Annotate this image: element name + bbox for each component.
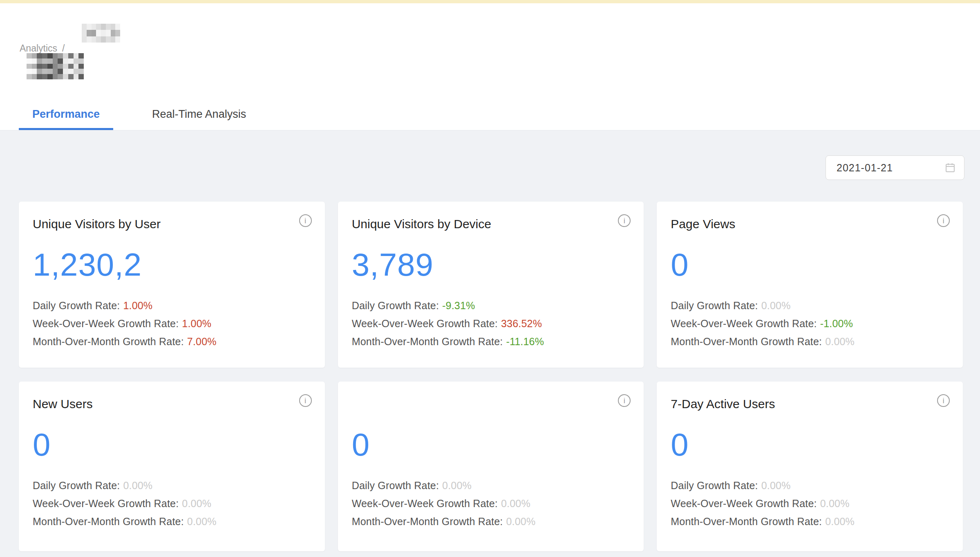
metric-card: i 0 Daily Growth Rate:0.00% Week-Over-We… — [338, 382, 644, 551]
tab-bar: Performance Real-Time Analysis — [19, 101, 260, 130]
metric-label: Month-Over-Month Growth Rate: — [671, 516, 822, 527]
metric-card: Unique Visitors by Device i 3,789 Daily … — [338, 202, 644, 368]
card-title: 7-Day Active Users — [671, 396, 947, 411]
metric-value: -1.00% — [820, 318, 853, 329]
card-title: Unique Visitors by Device — [352, 216, 629, 231]
info-icon[interactable]: i — [299, 394, 312, 407]
metric-card: New Users i 0 Daily Growth Rate:0.00% We… — [19, 382, 325, 551]
metric-row: Week-Over-Week Growth Rate:0.00% — [671, 494, 947, 512]
metric-label: Week-Over-Week Growth Rate: — [352, 498, 498, 509]
info-icon[interactable]: i — [618, 394, 631, 407]
metric-row: Month-Over-Month Growth Rate:0.00% — [671, 512, 947, 530]
card-value: 0 — [671, 428, 947, 461]
metric-row: Week-Over-Week Growth Rate:1.00% — [33, 314, 309, 332]
card-value: 1,230,2 — [33, 248, 309, 281]
info-icon[interactable]: i — [937, 394, 950, 407]
top-accent-bar — [0, 0, 980, 3]
metric-row: Month-Over-Month Growth Rate:-11.16% — [352, 332, 629, 350]
card-metrics: Daily Growth Rate:1.00% Week-Over-Week G… — [33, 296, 309, 350]
metric-card: 7-Day Active Users i 0 Daily Growth Rate… — [657, 382, 963, 551]
tab-performance[interactable]: Performance — [19, 101, 113, 130]
calendar-icon[interactable] — [944, 162, 956, 173]
metric-value: -9.31% — [442, 300, 475, 311]
metric-row: Month-Over-Month Growth Rate:7.00% — [33, 332, 309, 350]
breadcrumb-separator: / — [62, 43, 65, 54]
metric-label: Month-Over-Month Growth Rate: — [33, 516, 184, 527]
metric-value: 0.00% — [825, 336, 855, 347]
metric-label: Week-Over-Week Growth Rate: — [33, 318, 179, 329]
card-metrics: Daily Growth Rate:0.00% Week-Over-Week G… — [33, 476, 309, 530]
metric-card: Unique Visitors by User i 1,230,2 Daily … — [19, 202, 325, 368]
metric-value: 0.00% — [825, 516, 855, 527]
metric-row: Daily Growth Rate:0.00% — [33, 476, 309, 494]
card-metrics: Daily Growth Rate:-9.31% Week-Over-Week … — [352, 296, 629, 350]
card-title: Page Views — [671, 216, 947, 231]
card-metrics: Daily Growth Rate:0.00% Week-Over-Week G… — [671, 296, 947, 350]
card-title — [352, 396, 629, 411]
card-value: 0 — [352, 428, 629, 461]
card-metrics: Daily Growth Rate:0.00% Week-Over-Week G… — [671, 476, 947, 530]
metric-value: 0.00% — [761, 300, 791, 311]
page-title-redacted — [27, 53, 84, 79]
metric-value: 0.00% — [182, 498, 211, 509]
metric-label: Daily Growth Rate: — [671, 480, 758, 491]
metric-label: Week-Over-Week Growth Rate: — [671, 498, 817, 509]
cards-grid: Unique Visitors by User i 1,230,2 Daily … — [19, 202, 963, 551]
metric-value: 1.00% — [182, 318, 211, 329]
card-value: 0 — [33, 428, 309, 461]
breadcrumb-root-link[interactable]: Analytics — [20, 43, 57, 54]
metric-label: Week-Over-Week Growth Rate: — [33, 498, 179, 509]
breadcrumb-current-redacted — [82, 24, 120, 43]
metric-row: Daily Growth Rate:0.00% — [671, 476, 947, 494]
metric-value: 1.00% — [123, 300, 152, 311]
metric-value: 0.00% — [123, 480, 152, 491]
metric-label: Daily Growth Rate: — [671, 300, 758, 311]
metric-row: Month-Over-Month Growth Rate:0.00% — [671, 332, 947, 350]
metric-row: Month-Over-Month Growth Rate:0.00% — [352, 512, 629, 530]
metric-label: Week-Over-Week Growth Rate: — [352, 318, 498, 329]
metric-value: 0.00% — [820, 498, 850, 509]
metric-label: Week-Over-Week Growth Rate: — [671, 318, 817, 329]
metric-value: 336.52% — [501, 318, 542, 329]
metric-row: Week-Over-Week Growth Rate:0.00% — [352, 494, 629, 512]
metric-label: Month-Over-Month Growth Rate: — [671, 336, 822, 347]
metric-row: Week-Over-Week Growth Rate:-1.00% — [671, 314, 947, 332]
metric-value: 7.00% — [187, 336, 217, 347]
metric-label: Month-Over-Month Growth Rate: — [33, 336, 184, 347]
metric-label: Daily Growth Rate: — [352, 300, 439, 311]
content-area: 2021-01-21 Unique Visitors by User i 1,2… — [0, 130, 980, 557]
card-value: 0 — [671, 248, 947, 281]
metric-label: Daily Growth Rate: — [33, 300, 120, 311]
metric-label: Daily Growth Rate: — [33, 480, 120, 491]
metric-card: Page Views i 0 Daily Growth Rate:0.00% W… — [657, 202, 963, 368]
date-picker-value[interactable]: 2021-01-21 — [837, 162, 944, 174]
metric-row: Daily Growth Rate:1.00% — [33, 296, 309, 314]
metric-row: Daily Growth Rate:-9.31% — [352, 296, 629, 314]
tab-real-time-analysis[interactable]: Real-Time Analysis — [139, 101, 260, 130]
card-value: 3,789 — [352, 248, 629, 281]
info-icon[interactable]: i — [618, 214, 631, 227]
metric-value: 0.00% — [761, 480, 791, 491]
metric-value: -11.16% — [506, 336, 544, 347]
page-header: Analytics / Performance Real-Time Analys… — [0, 3, 980, 130]
metric-value: 0.00% — [442, 480, 472, 491]
metric-row: Month-Over-Month Growth Rate:0.00% — [33, 512, 309, 530]
info-icon[interactable]: i — [937, 214, 950, 227]
metric-value: 0.00% — [506, 516, 535, 527]
card-title: New Users — [33, 396, 309, 411]
info-icon[interactable]: i — [299, 214, 312, 227]
metric-value: 0.00% — [501, 498, 530, 509]
metric-row: Week-Over-Week Growth Rate:0.00% — [33, 494, 309, 512]
date-picker[interactable]: 2021-01-21 — [826, 155, 964, 180]
card-metrics: Daily Growth Rate:0.00% Week-Over-Week G… — [352, 476, 629, 530]
metric-label: Month-Over-Month Growth Rate: — [352, 516, 503, 527]
card-title: Unique Visitors by User — [33, 216, 309, 231]
metric-value: 0.00% — [187, 516, 217, 527]
metric-row: Week-Over-Week Growth Rate:336.52% — [352, 314, 629, 332]
metric-row: Daily Growth Rate:0.00% — [352, 476, 629, 494]
metric-label: Month-Over-Month Growth Rate: — [352, 336, 503, 347]
metric-row: Daily Growth Rate:0.00% — [671, 296, 947, 314]
metric-label: Daily Growth Rate: — [352, 480, 439, 491]
